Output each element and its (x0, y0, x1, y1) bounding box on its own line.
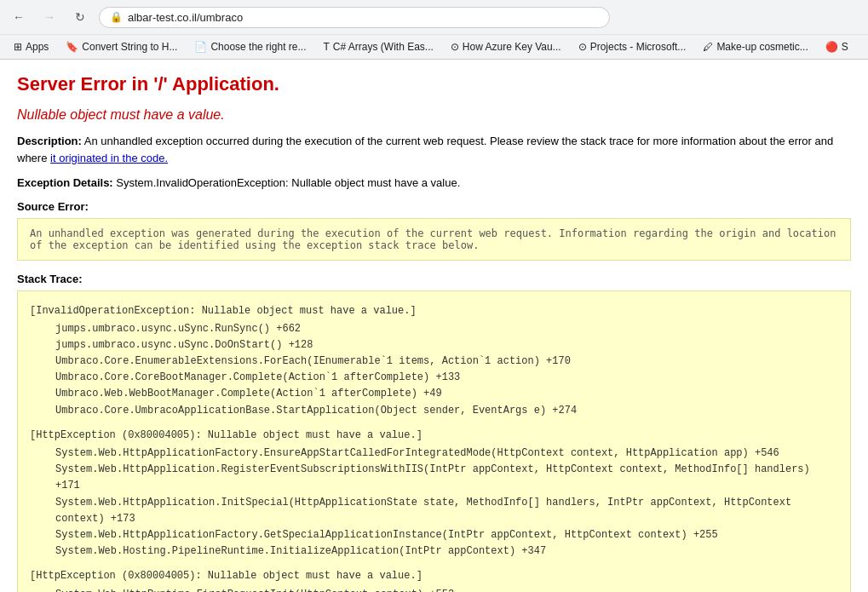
bookmark-icon-choose-right: 📄 (194, 41, 207, 53)
stack-trace-box: [InvalidOperationException: Nullable obj… (17, 290, 851, 593)
bookmarks-bar: ⊞Apps🔖Convert String to H...📄Choose the … (0, 34, 868, 59)
bookmark-label-choose-right: Choose the right re... (210, 41, 306, 53)
back-button[interactable]: ← (7, 5, 31, 29)
description-label: Description: (17, 135, 82, 147)
nav-bar: ← → ↻ 🔒 albar-test.co.il/umbraco (0, 0, 868, 34)
bookmark-item-apps[interactable]: ⊞Apps (7, 38, 55, 55)
stack-line: System.Web.HttpApplication.InitSpecial(H… (30, 495, 838, 527)
description-block: Description: An unhandled exception occu… (17, 133, 851, 166)
subtitle: Nullable object must have a value. (17, 107, 851, 123)
browser-chrome: ← → ↻ 🔒 albar-test.co.il/umbraco ⊞Apps🔖C… (0, 0, 868, 60)
bookmark-item-projects-ms[interactable]: ⊙Projects - Microsoft... (572, 38, 693, 55)
lock-icon: 🔒 (110, 11, 123, 23)
bookmark-label-convert-string: Convert String to H... (82, 41, 177, 53)
bookmark-label-more: S (842, 41, 848, 53)
exception-header: [HttpException (0x80004005): Nullable ob… (30, 428, 838, 444)
source-error-box: An unhandled exception was generated dur… (17, 218, 851, 261)
address-bar[interactable]: 🔒 albar-test.co.il/umbraco (99, 7, 610, 28)
bookmark-item-makeup[interactable]: 🖊Make-up cosmetic... (696, 38, 814, 55)
stack-line: Umbraco.Core.CoreBootManager.Complete(Ac… (30, 370, 838, 386)
bookmark-label-csharp-arrays: C# Arrays (With Eas... (333, 41, 434, 53)
exception-group: [InvalidOperationException: Nullable obj… (30, 303, 838, 419)
stack-line: Umbraco.Web.WebBootManager.Complete(Acti… (30, 386, 838, 402)
stack-trace-label: Stack Trace: (17, 273, 851, 285)
bookmark-item-azure-key[interactable]: ⊙How Azure Key Vau... (444, 38, 568, 55)
url-text: albar-test.co.il/umbraco (128, 11, 599, 24)
exception-group: [HttpException (0x80004005): Nullable ob… (30, 428, 838, 560)
description-link: it originated in the code. (50, 152, 168, 164)
stack-line: System.Web.HttpApplicationFactory.Ensure… (30, 445, 838, 462)
page-title: Server Error in '/' Application. (17, 73, 851, 95)
stack-line: System.Web.HttpApplication.RegisterEvent… (30, 462, 838, 494)
bookmark-icon-csharp-arrays: T (323, 41, 329, 53)
exception-label: Exception Details: (17, 176, 113, 189)
bookmark-item-convert-string[interactable]: 🔖Convert String to H... (59, 38, 184, 55)
bookmark-item-more[interactable]: 🔴S (819, 38, 855, 55)
bookmark-icon-apps: ⊞ (14, 41, 22, 53)
bookmark-icon-more: 🔴 (825, 41, 838, 53)
bookmark-label-makeup: Make-up cosmetic... (716, 41, 808, 53)
reload-button[interactable]: ↻ (68, 5, 92, 29)
stack-line: Umbraco.Core.EnumerableExtensions.ForEac… (30, 353, 838, 370)
page-content: Server Error in '/' Application. Nullabl… (0, 60, 868, 592)
exception-header: [HttpException (0x80004005): Nullable ob… (30, 568, 838, 584)
bookmark-icon-azure-key: ⊙ (451, 41, 459, 53)
stack-line: jumps.umbraco.usync.uSync.RunSync() +662 (30, 321, 838, 337)
bookmark-icon-convert-string: 🔖 (66, 41, 78, 53)
source-error-label: Source Error: (17, 200, 851, 213)
stack-line: System.Web.HttpRuntime.FirstRequestInit(… (30, 587, 838, 593)
exception-block: Exception Details: System.InvalidOperati… (17, 175, 851, 192)
bookmark-label-azure-key: How Azure Key Vau... (463, 41, 561, 53)
source-error-text: An unhandled exception was generated dur… (30, 227, 836, 251)
bookmark-item-csharp-arrays[interactable]: TC# Arrays (With Eas... (316, 38, 440, 55)
stack-line: System.Web.Hosting.PipelineRuntime.Initi… (30, 543, 838, 560)
bookmark-icon-makeup: 🖊 (703, 41, 713, 53)
bookmark-label-projects-ms: Projects - Microsoft... (590, 41, 687, 53)
stack-line: System.Web.HttpApplicationFactory.GetSpe… (30, 527, 838, 543)
bookmark-label-apps: Apps (26, 41, 49, 53)
exception-group: [HttpException (0x80004005): Nullable ob… (30, 568, 838, 592)
bookmark-icon-projects-ms: ⊙ (578, 41, 587, 53)
bookmark-item-choose-right[interactable]: 📄Choose the right re... (187, 38, 313, 55)
exception-text: System.InvalidOperationException: Nullab… (116, 176, 460, 189)
exception-header: [InvalidOperationException: Nullable obj… (30, 303, 838, 319)
stack-line: jumps.umbraco.usync.uSync.DoOnStart() +1… (30, 337, 838, 353)
forward-button[interactable]: → (37, 5, 61, 29)
stack-line: Umbraco.Core.UmbracoApplicationBase.Star… (30, 403, 838, 419)
